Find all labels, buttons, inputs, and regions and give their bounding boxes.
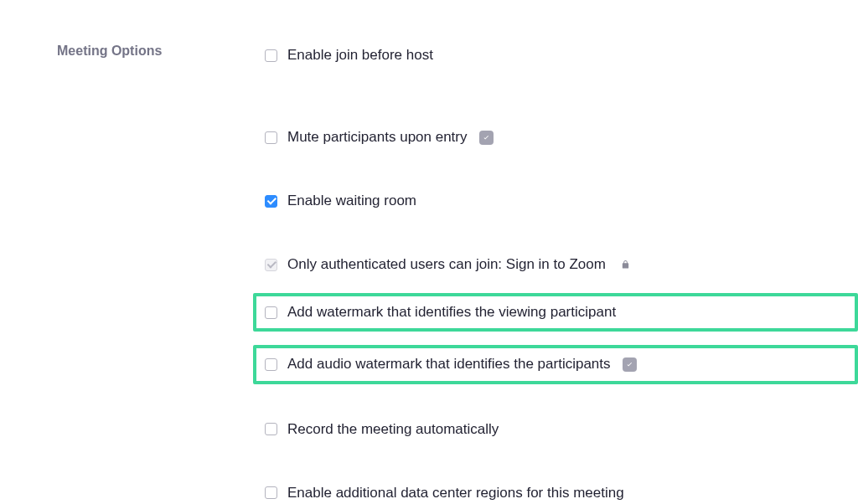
checkbox-waiting-room[interactable] xyxy=(265,195,277,208)
option-audio-watermark: Add audio watermark that identifies the … xyxy=(253,345,858,383)
option-label: Enable join before host xyxy=(287,46,433,64)
spacer xyxy=(256,384,858,418)
option-authenticated-only: Only authenticated users can join: Sign … xyxy=(256,253,858,276)
option-label: Add audio watermark that identifies the … xyxy=(287,355,611,373)
option-label: Add watermark that identifies the viewin… xyxy=(287,303,616,321)
checkbox-data-center-regions[interactable] xyxy=(265,486,277,499)
spacer xyxy=(256,149,858,189)
checkbox-audio-watermark[interactable] xyxy=(265,358,277,371)
spacer xyxy=(256,276,858,293)
option-waiting-room: Enable waiting room xyxy=(256,189,858,213)
spacer xyxy=(256,441,858,481)
spacer xyxy=(256,67,858,126)
lock-icon xyxy=(621,260,630,270)
option-join-before-host: Enable join before host xyxy=(256,44,858,67)
option-mute-on-entry: Mute participants upon entry xyxy=(256,126,858,149)
spacer xyxy=(256,213,858,253)
info-icon[interactable] xyxy=(623,357,637,372)
option-auto-record: Record the meeting automatically xyxy=(256,418,858,441)
checkbox-join-before-host[interactable] xyxy=(265,49,277,62)
option-video-watermark: Add watermark that identifies the viewin… xyxy=(253,293,858,332)
option-label: Enable waiting room xyxy=(287,192,416,210)
options-column: Enable join before host Mute participant… xyxy=(256,44,858,504)
option-data-center-regions: Enable additional data center regions fo… xyxy=(256,481,858,504)
spacer xyxy=(256,332,858,345)
option-label: Mute participants upon entry xyxy=(287,128,468,147)
checkbox-video-watermark[interactable] xyxy=(265,306,277,319)
option-label: Only authenticated users can join: Sign … xyxy=(287,255,606,274)
info-icon[interactable] xyxy=(479,131,494,145)
option-label: Enable additional data center regions fo… xyxy=(287,484,624,502)
checkbox-auto-record[interactable] xyxy=(265,423,277,435)
checkbox-mute-on-entry[interactable] xyxy=(265,131,277,144)
section-title: Meeting Options xyxy=(57,44,256,504)
option-label: Record the meeting automatically xyxy=(287,420,499,439)
checkbox-authenticated-only xyxy=(265,259,277,271)
meeting-options-container: Meeting Options Enable join before host … xyxy=(0,0,858,504)
